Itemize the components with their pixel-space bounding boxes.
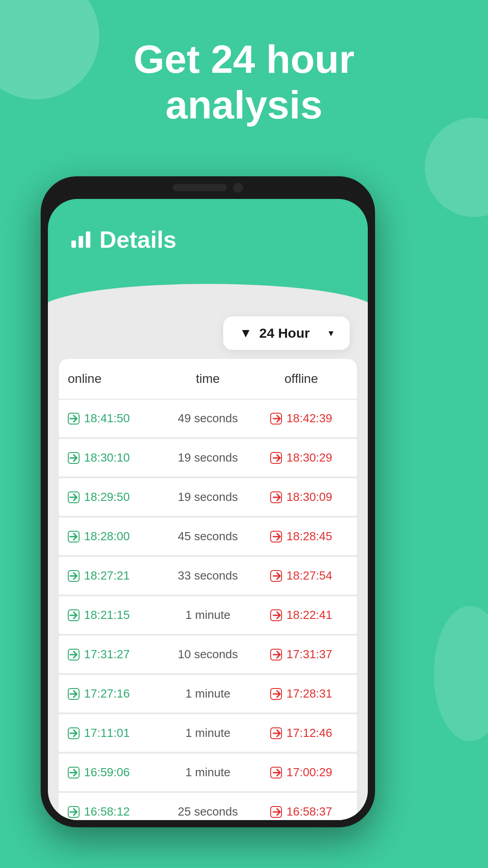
table-header: online time offline (59, 359, 357, 399)
filter-bar: ▼ 24 Hour ▾ (48, 298, 368, 359)
cell-offline-7: 17:28:31 (254, 687, 348, 701)
cell-offline-10: 16:58:37 (254, 805, 348, 819)
cell-time-9: 1 minute (161, 765, 255, 779)
filter-label: 24 Hour (259, 326, 310, 341)
cell-time-1: 19 seconds (161, 451, 255, 465)
cell-online-9: 16:59:06 (68, 765, 161, 779)
table-row: 18:30:10 19 seconds 18:30:29 (59, 439, 357, 476)
cell-offline-1: 18:30:29 (254, 451, 348, 465)
svg-rect-1 (79, 236, 83, 248)
cell-online-8: 17:11:01 (68, 726, 161, 740)
table-row: 17:27:16 1 minute 17:28:31 (59, 675, 357, 712)
cell-offline-0: 18:42:39 (254, 411, 348, 425)
table-row: 18:28:00 45 seconds 18:28:45 (59, 518, 357, 555)
cell-time-2: 19 seconds (161, 490, 255, 504)
table-row: 18:21:15 1 minute 18:22:41 (59, 596, 357, 634)
cell-time-0: 49 seconds (161, 411, 255, 425)
cell-offline-6: 17:31:37 (254, 647, 348, 661)
phone-screen: Details ▼ 24 Hour ▾ online ti (48, 199, 368, 820)
data-table: online time offline 18:41:50 49 seconds (48, 359, 368, 820)
cell-time-5: 1 minute (161, 608, 255, 622)
cell-offline-5: 18:22:41 (254, 608, 348, 622)
table-row: 16:58:12 25 seconds 16:58:37 (59, 793, 357, 820)
filter-dropdown[interactable]: ▼ 24 Hour ▾ (223, 316, 350, 350)
phone-frame: Details ▼ 24 Hour ▾ online ti (41, 176, 375, 827)
cell-online-6: 17:31:27 (68, 647, 161, 661)
cell-online-10: 16:58:12 (68, 805, 161, 819)
bg-circle-bottom-right (434, 606, 488, 741)
col-header-online: online (68, 372, 161, 386)
front-camera (233, 183, 243, 193)
table-row: 18:27:21 33 seconds 18:27:54 (59, 557, 357, 594)
cell-time-6: 10 seconds (161, 647, 255, 661)
cell-online-1: 18:30:10 (68, 451, 161, 465)
cell-offline-8: 17:12:46 (254, 726, 348, 740)
cell-online-3: 18:28:00 (68, 529, 161, 543)
svg-rect-2 (86, 231, 90, 248)
col-header-offline: offline (254, 372, 348, 386)
header-title: Details (99, 226, 177, 253)
bar-chart-icon (70, 228, 91, 252)
chevron-down-icon: ▾ (328, 327, 333, 339)
cell-online-0: 18:41:50 (68, 411, 161, 425)
table-row: 17:11:01 1 minute 17:12:46 (59, 714, 357, 752)
cell-time-8: 1 minute (161, 726, 255, 740)
col-header-time: time (161, 372, 255, 386)
cell-time-3: 45 seconds (161, 529, 255, 543)
cell-time-10: 25 seconds (161, 805, 255, 819)
cell-online-5: 18:21:15 (68, 608, 161, 622)
cell-offline-9: 17:00:29 (254, 765, 348, 779)
notch-pill (173, 184, 227, 191)
table-row: 16:59:06 1 minute 17:00:29 (59, 754, 357, 791)
table-row: 17:31:27 10 seconds 17:31:37 (59, 636, 357, 673)
app-header: Details (48, 199, 368, 267)
svg-rect-0 (71, 241, 76, 248)
table-row: 18:41:50 49 seconds 18:42:39 (59, 400, 357, 437)
cell-time-7: 1 minute (161, 687, 255, 701)
notch (149, 176, 267, 199)
table-rows: 18:41:50 49 seconds 18:42:39 18:30:10 19… (59, 400, 357, 820)
filter-icon: ▼ (239, 326, 252, 340)
cell-offline-2: 18:30:09 (254, 490, 348, 504)
cell-online-4: 18:27:21 (68, 569, 161, 583)
cell-offline-4: 18:27:54 (254, 569, 348, 583)
table-row: 18:29:50 19 seconds 18:30:09 (59, 478, 357, 516)
filter-dropdown-left: ▼ 24 Hour (239, 326, 310, 341)
cell-online-7: 17:27:16 (68, 687, 161, 701)
cell-time-4: 33 seconds (161, 569, 255, 583)
cell-offline-3: 18:28:45 (254, 529, 348, 543)
bg-circle-top-right (425, 118, 488, 217)
content-area: ▼ 24 Hour ▾ online time offline (48, 298, 368, 820)
cell-online-2: 18:29:50 (68, 490, 161, 504)
hero-text: Get 24 hour analysis (0, 36, 488, 127)
